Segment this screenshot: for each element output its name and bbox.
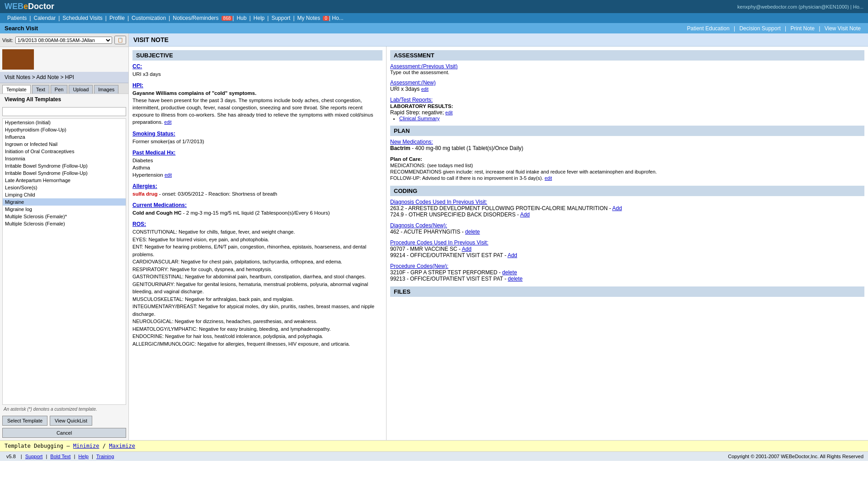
visit-select[interactable]: 1/9/2013 08:00AM-08:15AM-JAllan [15, 37, 112, 44]
view-visit-note-link[interactable]: View Visit Note [822, 25, 863, 32]
current-meds-content: Cold and Cough HC - 2 mg-3 mg-15 mg/5 mL… [132, 208, 382, 217]
tab-template[interactable]: Template [2, 85, 31, 94]
notices-badge: 868 [222, 16, 233, 21]
decision-support-link[interactable]: Decision Support [736, 25, 783, 32]
footer-support-link[interactable]: Support [25, 454, 43, 459]
proc-new-1: 3210F - GRP A STREP TEST PERFORMED - [390, 269, 502, 276]
new-medications-section: New Medications: Bactrim - 400 mg-80 mg … [390, 139, 864, 151]
view-quicklist-button[interactable]: View QuickList [50, 416, 92, 426]
med-name: Cold and Cough HC [132, 210, 182, 216]
visit-nav-button[interactable]: 📋 [114, 36, 126, 44]
nav-notices[interactable]: Notices/Reminders [170, 15, 221, 21]
maximize-link[interactable]: Maximize [109, 443, 135, 449]
diag-prev-2-add[interactable]: Add [520, 211, 529, 218]
nav-customization[interactable]: Customization [129, 15, 169, 21]
hpi-link[interactable]: HPI: [132, 82, 143, 89]
smoking-link[interactable]: Smoking Status: [132, 131, 175, 137]
diag-new-1-delete[interactable]: delete [465, 229, 480, 235]
list-item[interactable]: Multiple Sclerosis (Female) [3, 220, 126, 227]
current-meds-link[interactable]: Current Medications: [132, 202, 187, 208]
list-item[interactable]: Multiple Sclerosis (Female)* [3, 213, 126, 220]
list-item[interactable]: Influenza [3, 133, 126, 141]
list-item[interactable]: Ingrown or Infected Nail [3, 141, 126, 148]
list-item[interactable]: Migraine [3, 198, 126, 206]
minimize-link[interactable]: Minimize [73, 443, 99, 449]
procedure-previous-section: Procedure Codes Used In Previous Visit: … [390, 239, 864, 258]
list-item[interactable]: Hypothyroidism (Follow-Up) [3, 126, 126, 133]
tab-upload[interactable]: Upload [69, 85, 93, 94]
assessment-new-link[interactable]: Assessment:(New) [390, 80, 436, 86]
allergies-link[interactable]: Allergies: [132, 183, 157, 189]
footer-boldtext-link[interactable]: Bold Text [50, 454, 71, 459]
nav-patients[interactable]: Patients [5, 15, 29, 21]
plan-edit-link[interactable]: edit [545, 176, 552, 181]
clinical-summary-link[interactable]: Clinical Summary [399, 116, 439, 121]
list-item[interactable]: Initiation of Oral Contraceptives [3, 148, 126, 155]
nav-scheduled-visits[interactable]: Scheduled Visits [60, 15, 105, 21]
nav-support[interactable]: Support [269, 15, 293, 21]
list-item[interactable]: Limping Child [3, 191, 126, 198]
tab-images[interactable]: Images [94, 85, 118, 94]
search-input[interactable] [2, 107, 126, 116]
allergy-drug: sulfa drug [132, 191, 158, 197]
hpi-bold: Gayanne Williams complains of "cold" sym… [132, 90, 256, 96]
cancel-button[interactable]: Cancel [2, 428, 126, 438]
proc-new-2-delete[interactable]: delete [508, 276, 523, 282]
ros-link[interactable]: ROS: [132, 221, 146, 227]
print-note-link[interactable]: Print Note [788, 25, 817, 32]
past-medical-edit-link[interactable]: edit [165, 173, 172, 178]
allergy-text: - onset: 03/05/2012 - Reaction: Shortnes… [159, 191, 277, 197]
procedure-new-link[interactable]: Procedure Codes(New): [390, 263, 448, 269]
new-medications-link[interactable]: New Medications: [390, 139, 433, 145]
diagnosis-new-link[interactable]: Diagnosis Codes(New): [390, 222, 447, 229]
list-item[interactable]: Irritable Bowel Syndrome (Follow-Up) [3, 162, 126, 169]
proc-prev-1-add[interactable]: Add [462, 246, 471, 252]
breadcrumb: Visit Notes > Add Note > HPI [0, 72, 128, 83]
main-content: Visit: 1/9/2013 08:00AM-08:15AM-JAllan 📋… [0, 33, 868, 440]
allergies-section: Allergies: sulfa drug - onset: 03/05/201… [132, 183, 382, 198]
proc-prev-1: 90707 - MMR VACCINE SC - [390, 246, 462, 252]
cc-link[interactable]: CC: [132, 63, 142, 70]
coding-header: CODING [390, 186, 864, 196]
ros-integumentary: INTEGUMENTARY/BREAST: Negative for atypi… [132, 303, 382, 318]
list-item[interactable]: Lesion/Sore(s) [3, 184, 126, 191]
footer-training-link[interactable]: Training [96, 454, 114, 459]
tab-text[interactable]: Text [32, 85, 49, 94]
proc-new-1-delete[interactable]: delete [502, 269, 517, 276]
proc-prev-2: 99214 - OFFICE/OUTPATIENT VISIT EST PAT … [390, 252, 508, 258]
nav-calendar[interactable]: Calendar [31, 15, 58, 21]
assessment-new-edit-link[interactable]: edit [421, 87, 429, 92]
ros-eyes: EYES: Negative for blurred vision, eye p… [132, 236, 382, 244]
mynotes-badge: 0 [323, 16, 329, 21]
patient-education-link[interactable]: Patient Education [684, 25, 732, 32]
list-item[interactable]: Hypertension (Initial) [3, 119, 126, 126]
lab-reports-section: Lab/Test Reports: LABORATORY RESULTS: Ra… [390, 97, 864, 121]
list-item[interactable]: Insomnia [3, 155, 126, 162]
lab-edit-link[interactable]: edit [445, 110, 453, 115]
list-item[interactable]: Migraine log [3, 206, 126, 213]
procedure-previous-link[interactable]: Procedure Codes Used In Previous Visit: [390, 239, 488, 246]
diag-prev-1-add[interactable]: Add [612, 205, 622, 211]
nav-help[interactable]: Help [251, 15, 268, 21]
ros-ent: ENT: Negative for hearing problems, E/N/… [132, 243, 382, 258]
diag-new-1: 462 - ACUTE PHARYNGITIS - [390, 229, 465, 235]
nav-mynotes[interactable]: My Notes [295, 15, 323, 21]
nav-hub[interactable]: Hub [234, 15, 249, 21]
diagnosis-previous-link[interactable]: Diagnosis Codes Used In Previous Visit: [390, 199, 487, 205]
viewing-label: Viewing All Templates [0, 94, 128, 105]
proc-prev-2-add[interactable]: Add [508, 252, 517, 258]
select-template-button[interactable]: Select Template [2, 416, 47, 426]
past-medical-link[interactable]: Past Medical Hx: [132, 150, 175, 156]
list-item[interactable]: Irritable Bowel Syndrome (Follow-Up) [3, 169, 126, 177]
diag-prev-2: 724.9 - OTHER UNSPECIFIED BACK DISORDERS… [390, 211, 520, 218]
hpi-edit-link[interactable]: edit [164, 120, 171, 125]
ros-constitutional: CONSTITUTIONAL: Negative for chills, fat… [132, 228, 382, 236]
tab-pen[interactable]: Pen [51, 85, 68, 94]
footer-help-link[interactable]: Help [78, 454, 89, 459]
nav-profile[interactable]: Profile [107, 15, 127, 21]
assessment-previous-link[interactable]: Assessment:(Previous Visit) [390, 63, 458, 70]
lab-reports-link[interactable]: Lab/Test Reports: [390, 97, 433, 103]
subjective-header: SUBJECTIVE [132, 50, 382, 61]
ros-neuro: NEUROLOGICAL: Negative for dizziness, he… [132, 318, 382, 325]
list-item[interactable]: Late Antepartum Hemorrhage [3, 177, 126, 184]
